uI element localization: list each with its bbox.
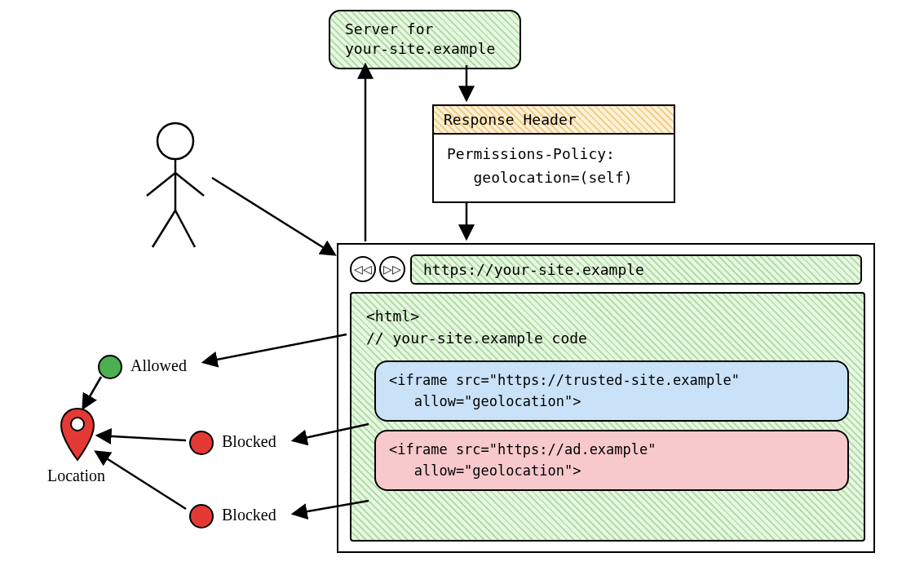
svg-point-1 <box>157 123 193 159</box>
response-header-body: Permissions-Policy: geolocation=(self) <box>434 135 674 201</box>
arrow-user-to-browser <box>212 178 334 254</box>
response-header-title: Response Header <box>434 106 674 135</box>
status-label-blocked-2: Blocked <box>222 506 276 524</box>
url-bar[interactable]: https://your-site.example <box>410 254 862 285</box>
svg-point-0 <box>71 418 84 431</box>
user-stick-figure <box>135 121 208 251</box>
location-label: Location <box>47 467 105 485</box>
svg-line-5 <box>153 210 175 247</box>
status-label-blocked-1: Blocked <box>222 432 276 451</box>
diagram-root: Server for your-site.example Response He… <box>0 0 924 566</box>
server-line1: Server for <box>345 20 433 38</box>
status-dot-allowed <box>98 355 122 379</box>
arrow-code-to-allowed <box>204 334 347 362</box>
arrow-allowed-to-pin <box>83 377 101 408</box>
arrow-blocked2-to-pin <box>96 452 186 509</box>
page-body: <html> // your-site.example code <iframe… <box>350 292 865 542</box>
response-header-box: Response Header Permissions-Policy: geol… <box>432 104 675 203</box>
page-comment: // your-site.example code <box>366 329 587 347</box>
arrow-blocked1-to-pin <box>98 436 186 440</box>
page-code: <html> // your-site.example code <box>351 294 864 352</box>
location-pin-icon <box>57 406 98 463</box>
status-dot-blocked-1 <box>189 431 214 455</box>
html-open-tag: <html> <box>366 307 419 325</box>
svg-line-4 <box>175 173 204 196</box>
iframe-ad: <iframe src="https://ad.example" allow="… <box>374 430 849 491</box>
iframe-trusted: <iframe src="https://trusted-site.exampl… <box>374 360 849 422</box>
server-box: Server for your-site.example <box>329 10 521 69</box>
status-label-allowed: Allowed <box>130 356 187 375</box>
forward-button[interactable]: ▷▷ <box>379 256 405 282</box>
browser-nav-buttons: ◁◁ ▷▷ <box>350 256 405 282</box>
back-button[interactable]: ◁◁ <box>350 256 376 282</box>
status-dot-blocked-2 <box>189 504 214 528</box>
svg-line-3 <box>147 173 175 196</box>
browser-window: ◁◁ ▷▷ https://your-site.example <html> /… <box>337 243 875 553</box>
server-line2: your-site.example <box>345 40 495 57</box>
svg-line-6 <box>175 210 195 247</box>
